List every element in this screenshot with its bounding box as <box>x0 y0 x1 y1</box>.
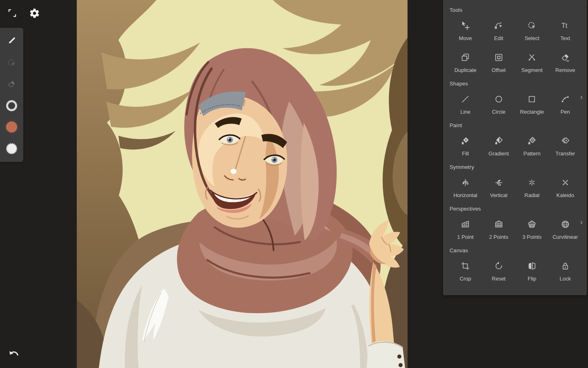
two-points-perspective-icon <box>494 218 504 231</box>
fullscreen-toggle-button[interactable] <box>6 7 19 20</box>
horizontal-symmetry-icon <box>460 176 470 190</box>
section-title: Symmetry <box>450 164 582 170</box>
tool-label: Edit <box>494 35 503 41</box>
symmetry-horizontal[interactable]: Horizontal <box>449 171 482 203</box>
crop-icon <box>460 259 470 273</box>
brush-tip-well[interactable] <box>4 140 20 157</box>
eraser-tool-icon <box>7 79 17 89</box>
tool-label: 1 Point <box>457 234 474 240</box>
tool-remove[interactable]: Remove <box>549 46 582 78</box>
tool-duplicate[interactable]: Duplicate <box>449 46 482 78</box>
pen-icon <box>560 92 570 106</box>
tool-offset[interactable]: Offset <box>482 46 516 78</box>
tool-select[interactable]: Select <box>515 14 549 46</box>
tool-label: Text <box>560 35 570 41</box>
fill-icon <box>460 134 470 148</box>
tool-label: Remove <box>555 67 575 73</box>
tool-label: Flip <box>528 276 536 282</box>
canvas-reset[interactable]: Reset <box>482 254 516 286</box>
stroke-style-well[interactable] <box>4 97 20 114</box>
vector-drawing-app: { "topbar": { "fullscreen_icon": "fullsc… <box>0 0 588 368</box>
tool-label: Reset <box>492 276 506 282</box>
left-toolbar <box>0 28 23 162</box>
tool-label: Curvilinear <box>552 234 578 240</box>
tool-label: Select <box>525 35 539 41</box>
tool-label: Pen <box>561 109 570 115</box>
eraser-tool-button[interactable] <box>4 76 20 92</box>
symmetry-radial[interactable]: Radial <box>515 171 549 203</box>
tool-text[interactable]: Tt Text <box>549 14 582 46</box>
shape-line[interactable]: Line <box>449 88 482 119</box>
canvas-crop[interactable]: Crop <box>449 254 482 286</box>
tool-edit[interactable]: Edit <box>482 14 516 46</box>
tool-label: Pattern <box>523 150 541 157</box>
brush-tip-swatch <box>6 143 17 154</box>
paint-grid: Fill Gradient <box>449 129 582 161</box>
tool-label: Radial <box>524 192 539 198</box>
canvas-flip[interactable]: Flip <box>515 254 549 286</box>
lasso-select-tool-button[interactable] <box>4 54 20 71</box>
lock-icon <box>560 259 570 273</box>
paint-fill[interactable]: Fill <box>449 129 482 161</box>
edit-icon <box>494 19 504 33</box>
settings-button[interactable] <box>28 7 41 20</box>
tool-label: Rectangle <box>520 109 544 115</box>
one-point-perspective-icon <box>460 218 470 231</box>
brush-tool-button[interactable] <box>4 33 20 49</box>
perspective-2-points[interactable]: 2 Points <box>482 213 516 245</box>
offset-icon <box>494 51 504 65</box>
svg-text:Tt: Tt <box>561 22 568 29</box>
artwork-portrait <box>77 0 408 368</box>
perspective-1-point[interactable]: 1 Point <box>449 213 482 245</box>
select-icon <box>527 19 537 33</box>
canvas-grid: Crop Reset Flip <box>449 254 582 286</box>
fill-color-well[interactable] <box>4 119 20 135</box>
paint-gradient[interactable]: Gradient <box>482 129 516 161</box>
perspectives-more-chevron-icon[interactable]: › <box>580 218 583 226</box>
tool-label: 3 Points <box>522 234 541 240</box>
symmetry-kaleido[interactable]: Kaleido <box>549 171 582 203</box>
tool-label: Move <box>459 35 472 41</box>
section-shapes: Shapes › Line Circle Rectangle <box>449 81 582 119</box>
perspectives-grid: 1 Point 2 Points 3 Point <box>449 213 582 245</box>
transfer-icon <box>560 134 570 148</box>
section-title: Canvas <box>450 247 582 254</box>
undo-arrow-icon <box>7 348 20 361</box>
tool-move[interactable]: Move <box>449 14 482 46</box>
shape-pen[interactable]: Pen <box>549 88 582 119</box>
section-title: Perspectives <box>450 206 582 212</box>
radial-symmetry-icon <box>527 176 537 190</box>
line-icon <box>460 92 470 106</box>
flip-icon <box>527 259 537 273</box>
tool-label: Lock <box>560 276 571 282</box>
symmetry-grid: Horizontal Vertical <box>449 171 582 203</box>
canvas-lock[interactable]: Lock <box>549 254 582 286</box>
paint-pattern[interactable]: Pattern <box>515 129 549 161</box>
perspective-3-points[interactable]: 3 Points <box>515 213 549 245</box>
paint-transfer[interactable]: Transfer <box>549 129 582 161</box>
pattern-icon <box>527 134 537 148</box>
duplicate-icon <box>460 51 470 65</box>
text-icon: Tt <box>560 19 570 33</box>
tool-label: Gradient <box>488 150 509 157</box>
symmetry-vertical[interactable]: Vertical <box>482 171 516 203</box>
gradient-icon <box>494 134 504 148</box>
shapes-more-chevron-icon[interactable]: › <box>580 93 583 101</box>
shape-rectangle[interactable]: Rectangle <box>515 88 549 119</box>
move-icon <box>460 19 470 33</box>
tool-label: Vertical <box>490 192 508 198</box>
tool-segment[interactable]: Segment <box>515 46 549 78</box>
drawing-canvas[interactable] <box>77 0 408 368</box>
shape-circle[interactable]: Circle <box>482 88 516 119</box>
tool-label: Fill <box>462 150 469 157</box>
three-points-perspective-icon <box>527 218 537 231</box>
tool-label: Kaleido <box>557 192 574 198</box>
undo-button[interactable] <box>7 348 20 361</box>
tool-label: 2 Points <box>489 234 508 240</box>
segment-icon <box>527 51 537 65</box>
section-perspectives: Perspectives › 1 Point <box>449 206 582 245</box>
curvilinear-perspective-icon <box>560 218 570 231</box>
perspective-curvilinear[interactable]: Curvilinear <box>549 213 582 245</box>
lasso-select-tool-icon <box>7 58 17 68</box>
tool-label: Line <box>460 109 470 115</box>
